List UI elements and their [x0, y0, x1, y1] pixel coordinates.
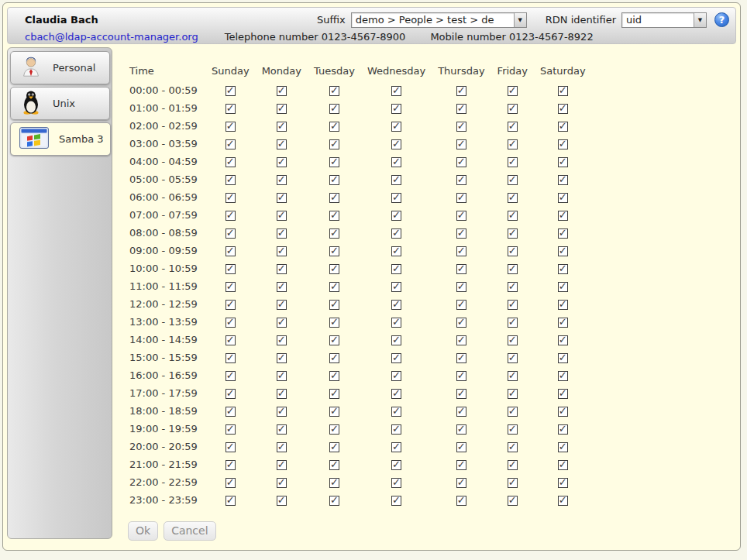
cancel-button[interactable]: Cancel	[164, 521, 215, 541]
logon-hour-checkbox[interactable]	[391, 442, 401, 452]
logon-hour-checkbox[interactable]	[456, 228, 466, 239]
logon-hour-checkbox[interactable]	[225, 335, 236, 345]
logon-hour-checkbox[interactable]	[277, 389, 287, 399]
logon-hour-checkbox[interactable]	[391, 460, 401, 470]
logon-hour-checkbox[interactable]	[508, 157, 518, 167]
ok-button[interactable]: Ok	[128, 521, 158, 541]
logon-hour-checkbox[interactable]	[456, 424, 466, 435]
logon-hour-checkbox[interactable]	[508, 139, 518, 149]
logon-hour-checkbox[interactable]	[277, 300, 287, 310]
logon-hour-checkbox[interactable]	[277, 371, 287, 381]
logon-hour-checkbox[interactable]	[329, 442, 339, 452]
logon-hour-checkbox[interactable]	[277, 104, 287, 114]
logon-hour-checkbox[interactable]	[225, 86, 236, 96]
logon-hour-checkbox[interactable]	[456, 193, 466, 203]
logon-hour-checkbox[interactable]	[277, 478, 287, 488]
logon-hour-checkbox[interactable]	[225, 442, 236, 452]
logon-hour-checkbox[interactable]	[329, 175, 339, 185]
logon-hour-checkbox[interactable]	[277, 460, 287, 470]
logon-hour-checkbox[interactable]	[277, 122, 287, 132]
logon-hour-checkbox[interactable]	[329, 407, 339, 417]
logon-hour-checkbox[interactable]	[277, 424, 287, 435]
logon-hour-checkbox[interactable]	[391, 104, 401, 114]
logon-hour-checkbox[interactable]	[558, 282, 568, 292]
logon-hour-checkbox[interactable]	[558, 211, 568, 221]
logon-hour-checkbox[interactable]	[558, 496, 568, 506]
logon-hour-checkbox[interactable]	[456, 300, 466, 310]
logon-hour-checkbox[interactable]	[508, 335, 518, 345]
logon-hour-checkbox[interactable]	[558, 460, 568, 470]
logon-hour-checkbox[interactable]	[329, 193, 339, 203]
logon-hour-checkbox[interactable]	[277, 139, 287, 149]
logon-hour-checkbox[interactable]	[329, 104, 339, 114]
help-icon[interactable]: ?	[714, 12, 729, 27]
logon-hour-checkbox[interactable]	[225, 193, 236, 203]
logon-hour-checkbox[interactable]	[456, 246, 466, 256]
logon-hour-checkbox[interactable]	[508, 175, 518, 185]
logon-hour-checkbox[interactable]	[508, 478, 518, 488]
logon-hour-checkbox[interactable]	[391, 211, 401, 221]
logon-hour-checkbox[interactable]	[329, 371, 339, 381]
logon-hour-checkbox[interactable]	[329, 478, 339, 488]
logon-hour-checkbox[interactable]	[558, 424, 568, 435]
logon-hour-checkbox[interactable]	[508, 371, 518, 381]
logon-hour-checkbox[interactable]	[329, 228, 339, 239]
logon-hour-checkbox[interactable]	[456, 442, 466, 452]
logon-hour-checkbox[interactable]	[329, 157, 339, 167]
logon-hour-checkbox[interactable]	[456, 86, 466, 96]
logon-hour-checkbox[interactable]	[558, 175, 568, 185]
logon-hour-checkbox[interactable]	[508, 424, 518, 435]
logon-hour-checkbox[interactable]	[225, 246, 236, 256]
logon-hour-checkbox[interactable]	[225, 139, 236, 149]
tab-samba3[interactable]: Samba 3	[10, 122, 111, 156]
logon-hour-checkbox[interactable]	[225, 424, 236, 435]
logon-hour-checkbox[interactable]	[277, 335, 287, 345]
logon-hour-checkbox[interactable]	[558, 157, 568, 167]
logon-hour-checkbox[interactable]	[225, 460, 236, 470]
logon-hour-checkbox[interactable]	[558, 407, 568, 417]
logon-hour-checkbox[interactable]	[558, 264, 568, 274]
logon-hour-checkbox[interactable]	[391, 228, 401, 239]
logon-hour-checkbox[interactable]	[225, 228, 236, 239]
logon-hour-checkbox[interactable]	[391, 424, 401, 435]
logon-hour-checkbox[interactable]	[225, 264, 236, 274]
logon-hour-checkbox[interactable]	[391, 246, 401, 256]
suffix-select[interactable]: demo > People > test > de ▼	[351, 12, 527, 28]
logon-hour-checkbox[interactable]	[329, 211, 339, 221]
logon-hour-checkbox[interactable]	[508, 246, 518, 256]
logon-hour-checkbox[interactable]	[391, 371, 401, 381]
logon-hour-checkbox[interactable]	[277, 318, 287, 328]
logon-hour-checkbox[interactable]	[329, 139, 339, 149]
logon-hour-checkbox[interactable]	[391, 193, 401, 203]
rdn-identifier-select[interactable]: uid ▼	[621, 12, 707, 28]
logon-hour-checkbox[interactable]	[225, 353, 236, 363]
logon-hour-checkbox[interactable]	[329, 122, 339, 132]
logon-hour-checkbox[interactable]	[329, 264, 339, 274]
logon-hour-checkbox[interactable]	[329, 300, 339, 310]
logon-hour-checkbox[interactable]	[225, 371, 236, 381]
logon-hour-checkbox[interactable]	[277, 264, 287, 274]
logon-hour-checkbox[interactable]	[558, 335, 568, 345]
logon-hour-checkbox[interactable]	[277, 157, 287, 167]
logon-hour-checkbox[interactable]	[329, 496, 339, 506]
logon-hour-checkbox[interactable]	[456, 496, 466, 506]
logon-hour-checkbox[interactable]	[329, 460, 339, 470]
logon-hour-checkbox[interactable]	[508, 211, 518, 221]
logon-hour-checkbox[interactable]	[558, 139, 568, 149]
logon-hour-checkbox[interactable]	[391, 282, 401, 292]
logon-hour-checkbox[interactable]	[391, 318, 401, 328]
logon-hour-checkbox[interactable]	[456, 211, 466, 221]
logon-hour-checkbox[interactable]	[558, 193, 568, 203]
logon-hour-checkbox[interactable]	[225, 318, 236, 328]
logon-hour-checkbox[interactable]	[225, 175, 236, 185]
logon-hour-checkbox[interactable]	[508, 460, 518, 470]
logon-hour-checkbox[interactable]	[277, 282, 287, 292]
logon-hour-checkbox[interactable]	[456, 335, 466, 345]
logon-hour-checkbox[interactable]	[391, 478, 401, 488]
logon-hour-checkbox[interactable]	[558, 478, 568, 488]
logon-hour-checkbox[interactable]	[508, 228, 518, 239]
logon-hour-checkbox[interactable]	[225, 157, 236, 167]
logon-hour-checkbox[interactable]	[558, 371, 568, 381]
logon-hour-checkbox[interactable]	[391, 122, 401, 132]
logon-hour-checkbox[interactable]	[391, 139, 401, 149]
